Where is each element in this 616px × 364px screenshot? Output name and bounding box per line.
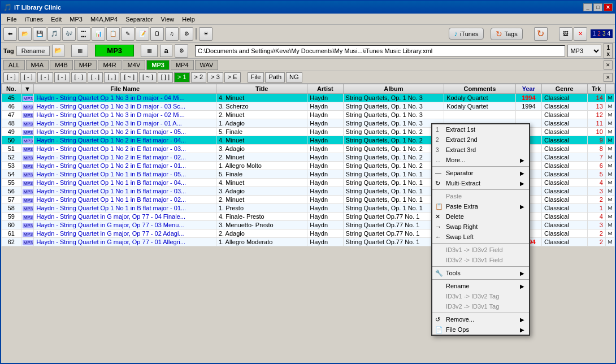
tb-btn-8[interactable]: 📋 xyxy=(106,27,120,41)
ctx-item-multi-extract[interactable]: ↻Multi-Extract▶ xyxy=(432,178,529,188)
cell-no: 46 xyxy=(2,102,21,111)
tb-btn-13[interactable]: ⚙ xyxy=(180,27,193,41)
a-button[interactable]: a xyxy=(160,45,172,57)
col-header-trk[interactable]: Trk xyxy=(587,84,605,94)
cell-filename: Haydn - String Quartet in G major, Op 77… xyxy=(34,213,216,221)
col-header-flag[interactable]: ▼ xyxy=(21,84,34,94)
cell-m: M xyxy=(605,213,614,221)
ctx-item-extract-1st[interactable]: 1Extract 1st xyxy=(432,124,529,135)
menu-separator[interactable]: Separator xyxy=(122,15,156,24)
menu-view[interactable]: View xyxy=(158,15,178,24)
nav-minus3[interactable]: [ - ] xyxy=(37,72,53,83)
table-row[interactable]: 45 MP3 Haydn - String Quartet Op 1 No 3 … xyxy=(2,94,615,102)
nav-dot2[interactable]: [ . ] xyxy=(88,72,103,83)
nav-tilde2[interactable]: [ ~ ] xyxy=(139,72,157,83)
minimize-button[interactable]: _ xyxy=(583,3,592,11)
nav-dot1[interactable]: [ . ] xyxy=(71,72,86,83)
tb-btn-4[interactable]: 🎵 xyxy=(47,27,61,41)
settings-button[interactable]: ⚙ xyxy=(175,44,188,58)
close-nav-btn[interactable]: ✕ xyxy=(604,73,613,82)
tb-btn-3[interactable]: 💾 xyxy=(33,27,46,41)
nav-minus1[interactable]: [ - ] xyxy=(3,72,19,83)
menu-m4a-mp4[interactable]: M4A,MP4 xyxy=(87,15,121,24)
tb-btn-5[interactable]: 🎶 xyxy=(62,27,76,41)
filter-all[interactable]: ALL xyxy=(3,60,25,70)
tb-separator-1 xyxy=(196,28,197,40)
barcode-button-2[interactable]: ||||||| xyxy=(141,45,158,57)
nav-tilde1[interactable]: [ ~ ] xyxy=(120,72,138,83)
tb-btn-10[interactable]: 📝 xyxy=(136,27,149,41)
nav-bracket[interactable]: [ ] ] xyxy=(158,72,173,83)
col-header-filename[interactable]: File Name xyxy=(34,84,216,94)
table-row[interactable]: 47 MP3 Haydn - String Quartet Op 1 No 3 … xyxy=(2,111,615,119)
tb-spinner[interactable]: ↻ xyxy=(534,27,548,41)
tags-button[interactable]: ↻ Tags xyxy=(491,28,523,40)
col-header-genre[interactable]: Genre xyxy=(541,84,587,94)
ctx-item-remove...[interactable]: ↺Remove...▶ xyxy=(432,314,529,324)
nav-file[interactable]: File xyxy=(248,72,264,83)
ctx-label: Separator xyxy=(446,170,473,176)
nav-gt3[interactable]: > 3 xyxy=(207,72,223,83)
cell-album: String Quartets, Op. 1 No. 1 xyxy=(343,204,444,213)
ctx-item-file-ops[interactable]: 📄File Ops▶ xyxy=(432,324,529,335)
close-filter-btn[interactable]: ✕ xyxy=(604,60,613,70)
ctx-item-swap-right[interactable]: →Swap Right xyxy=(432,222,529,232)
filter-m4b[interactable]: M4B xyxy=(50,60,73,70)
ctx-item-separator[interactable]: —Separator▶ xyxy=(432,168,529,178)
nav-gt1[interactable]: > 1 xyxy=(174,72,190,83)
filter-m4v[interactable]: M4V xyxy=(123,60,146,70)
menu-help[interactable]: Help xyxy=(179,15,198,24)
nav-minus4[interactable]: [ - ] xyxy=(54,72,70,83)
tb-btn-7[interactable]: 📊 xyxy=(92,27,105,41)
itunes-button[interactable]: ♪ iTunes xyxy=(449,28,483,40)
rename-button[interactable]: Rename xyxy=(16,46,50,56)
tb-btn-2[interactable]: 📂 xyxy=(18,27,32,41)
col-header-artist[interactable]: Artist xyxy=(307,84,343,94)
maximize-button[interactable]: □ xyxy=(593,3,602,11)
cell-trk: 6 xyxy=(587,162,605,170)
col-header-comments[interactable]: Comments xyxy=(444,84,516,94)
filter-m4p[interactable]: M4P xyxy=(74,60,97,70)
tb-photo-btn[interactable]: 🖼 xyxy=(559,27,572,41)
col-header-album[interactable]: Album xyxy=(343,84,444,94)
ctx-item-delete[interactable]: ✕Delete xyxy=(432,211,529,222)
nav-comma[interactable]: [ , ] xyxy=(104,72,119,83)
tb-btn-9[interactable]: ✎ xyxy=(121,27,135,41)
filter-mp4[interactable]: MP4 xyxy=(171,60,194,70)
format-select[interactable]: MP3 M4A WAV xyxy=(567,45,601,57)
filter-m4r[interactable]: M4R xyxy=(98,60,121,70)
ctx-item-extract-2nd[interactable]: 2Extract 2nd xyxy=(432,135,529,145)
filter-m4a[interactable]: M4A xyxy=(26,60,49,70)
nav-gte[interactable]: > E xyxy=(224,72,241,83)
tb-btn-12[interactable]: ♫ xyxy=(165,27,179,41)
filter-wav[interactable]: WAV xyxy=(195,60,219,70)
tb-btn-6[interactable]: ▪▪▪▪▪▪ xyxy=(77,27,90,41)
barcode-button[interactable]: ||||||| xyxy=(71,45,88,57)
ctx-item-paste-extra[interactable]: 📋Paste Extra▶ xyxy=(432,201,529,211)
col-header-title[interactable]: Title xyxy=(216,84,307,94)
ctx-item-extract-3rd[interactable]: 3Extract 3rd xyxy=(432,145,529,155)
menu-itunes[interactable]: iTunes xyxy=(21,15,47,24)
tb-btn-1[interactable]: ⬅ xyxy=(3,27,17,41)
nav-minus2[interactable]: [ - ] xyxy=(20,72,36,83)
close-button[interactable]: ✕ xyxy=(604,3,613,11)
nav-ng[interactable]: NG xyxy=(286,72,302,83)
ctx-label: Multi-Extract xyxy=(446,180,480,187)
col-header-year[interactable]: Year xyxy=(515,84,541,94)
menu-edit[interactable]: Edit xyxy=(47,15,65,24)
path-input[interactable] xyxy=(195,45,565,57)
filter-mp3[interactable]: MP3 xyxy=(146,60,170,70)
tb-btn-11[interactable]: 🗒 xyxy=(150,27,164,41)
tb-btn-14[interactable]: ☀ xyxy=(199,27,212,41)
ctx-item-swap-left[interactable]: ←Swap Left xyxy=(432,232,529,242)
menu-file[interactable]: File xyxy=(3,15,20,24)
menu-mp3[interactable]: MP3 xyxy=(66,15,86,24)
nav-gt2[interactable]: > 2 xyxy=(191,72,207,83)
table-row[interactable]: 46 MP3 Haydn - String Quartet Op 1 No 3 … xyxy=(2,102,615,111)
folder-button[interactable]: 📂 xyxy=(52,45,64,57)
ctx-item-rename[interactable]: Rename▶ xyxy=(432,281,529,291)
tb-x-btn[interactable]: ✕ xyxy=(574,27,587,41)
ctx-item-tools[interactable]: 🔧Tools▶ xyxy=(432,268,529,278)
nav-path[interactable]: Path xyxy=(265,72,285,83)
ctx-item-more...[interactable]: ...More...▶ xyxy=(432,155,529,165)
